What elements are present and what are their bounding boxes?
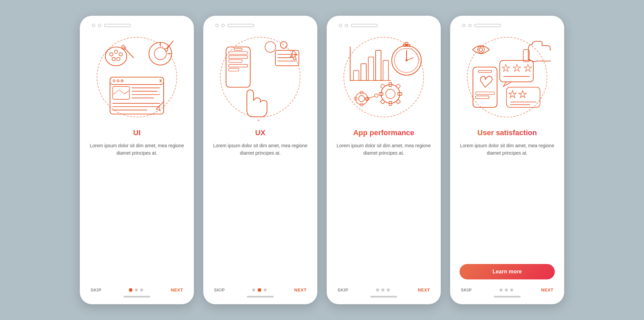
- svg-rect-97: [500, 60, 533, 82]
- svg-rect-94: [476, 92, 494, 95]
- svg-marker-48: [290, 50, 297, 60]
- skip-label-4[interactable]: SKIP: [461, 287, 472, 292]
- nav-dot: [140, 288, 143, 291]
- svg-line-23: [113, 90, 119, 95]
- nav-dots-1: [129, 288, 143, 292]
- phone-line: [351, 24, 378, 27]
- phone-dot: [215, 24, 219, 27]
- svg-point-14: [165, 48, 168, 51]
- svg-marker-100: [524, 64, 532, 71]
- svg-marker-50: [257, 119, 260, 121]
- svg-point-81: [356, 93, 368, 105]
- next-label-2[interactable]: NEXT: [294, 287, 307, 292]
- card-title-performance: App performance: [353, 128, 414, 137]
- svg-rect-36: [229, 52, 248, 54]
- svg-rect-80: [396, 99, 400, 104]
- phone-line: [474, 24, 501, 27]
- svg-rect-40: [229, 68, 239, 71]
- svg-point-5: [112, 57, 115, 61]
- svg-point-1: [110, 53, 113, 56]
- card-body-ui: Lorem ipsum dolor sit dim amet, mea regi…: [89, 142, 184, 278]
- svg-point-9: [154, 48, 166, 60]
- nav-dot: [499, 288, 502, 291]
- bottom-nav-4: SKIP NEXT: [460, 283, 555, 292]
- svg-line-89: [369, 96, 375, 98]
- nav-dots-2: [252, 288, 267, 292]
- svg-point-91: [479, 48, 483, 51]
- app-performance-card: App performance Lorem ipsum dolor sit di…: [327, 16, 441, 304]
- nav-dot: [510, 288, 513, 291]
- svg-marker-104: [519, 91, 526, 98]
- svg-rect-37: [229, 56, 248, 58]
- nav-dots-3: [376, 288, 390, 291]
- svg-marker-99: [513, 64, 521, 71]
- skip-label-3[interactable]: SKIP: [337, 287, 348, 292]
- ux-illustration: [215, 32, 306, 122]
- nav-dot: [264, 288, 267, 291]
- bottom-line-1: [123, 296, 150, 298]
- svg-rect-77: [380, 84, 385, 89]
- svg-rect-15: [110, 77, 164, 114]
- nav-dot-active: [258, 288, 261, 292]
- nav-dot: [381, 288, 384, 291]
- svg-rect-62: [376, 50, 381, 81]
- phone-top-bar-1: [92, 24, 131, 27]
- svg-marker-98: [502, 64, 509, 71]
- phone-dot: [468, 24, 472, 27]
- satisfaction-illustration: [462, 32, 552, 122]
- svg-rect-38: [229, 60, 242, 62]
- card-body-ux: Lorem ipsum dolor sit dim amet, mea regi…: [213, 142, 308, 278]
- svg-marker-103: [509, 91, 516, 98]
- svg-point-42: [265, 42, 276, 52]
- svg-rect-59: [354, 70, 359, 81]
- learn-more-button[interactable]: Learn more: [460, 264, 555, 279]
- skip-label-1[interactable]: SKIP: [91, 287, 101, 292]
- svg-point-17: [113, 80, 115, 82]
- card-title-ui: UI: [133, 128, 141, 137]
- svg-line-24: [119, 90, 124, 94]
- next-label-3[interactable]: NEXT: [418, 287, 430, 292]
- next-label-1[interactable]: NEXT: [171, 287, 183, 292]
- card-body-satisfaction: Lorem ipsum dolor sit dim amet, mea regi…: [460, 142, 555, 259]
- svg-point-4: [117, 57, 120, 61]
- svg-rect-61: [368, 57, 374, 81]
- svg-rect-60: [361, 64, 366, 81]
- card-title-ux: UX: [255, 128, 266, 137]
- bottom-nav-2: SKIP NEXT: [213, 283, 308, 292]
- ui-illustration: [92, 32, 182, 122]
- bottom-line-4: [494, 296, 521, 298]
- svg-rect-95: [476, 96, 489, 99]
- svg-point-90: [478, 46, 484, 53]
- next-label-4[interactable]: NEXT: [541, 287, 553, 292]
- svg-point-43: [280, 42, 287, 48]
- phone-dot: [345, 24, 348, 27]
- svg-point-19: [121, 80, 123, 82]
- svg-rect-63: [383, 60, 388, 81]
- svg-point-72: [386, 89, 395, 99]
- bottom-line-3: [370, 296, 397, 298]
- nav-dot: [376, 288, 379, 291]
- nav-dot: [135, 288, 138, 291]
- svg-point-82: [359, 96, 365, 102]
- skip-label-2[interactable]: SKIP: [214, 287, 225, 292]
- phone-line: [227, 24, 254, 27]
- bottom-nav-3: SKIP NEXT: [336, 283, 431, 292]
- svg-point-2: [114, 50, 118, 53]
- bottom-line-2: [247, 296, 274, 298]
- satisfaction-svg: [464, 34, 551, 121]
- nav-dot: [252, 288, 255, 291]
- svg-point-70: [406, 59, 408, 61]
- phone-dot: [98, 24, 101, 27]
- svg-point-18: [117, 80, 119, 82]
- phone-line: [104, 24, 131, 27]
- nav-dot-active: [129, 288, 132, 292]
- svg-rect-39: [229, 64, 248, 67]
- svg-marker-34: [156, 107, 160, 111]
- svg-rect-78: [396, 84, 400, 89]
- nav-dot: [387, 288, 390, 291]
- svg-rect-102: [506, 87, 540, 107]
- performance-svg: [340, 34, 427, 121]
- phone-top-bar-2: [215, 24, 254, 27]
- nav-dot: [505, 288, 508, 291]
- phone-dot: [92, 24, 95, 27]
